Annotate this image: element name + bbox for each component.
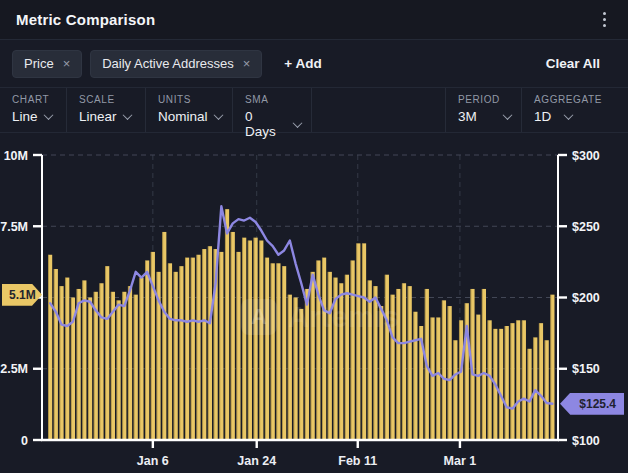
bar-edge [116,300,117,440]
bar-edge [231,232,232,440]
units-label: UNITS [158,94,222,105]
bar-edge [139,278,140,440]
bar-edge [236,252,237,440]
bar-edge [328,272,329,440]
bar-edge [390,295,391,440]
bar-edge [288,295,289,440]
bar-edge [482,289,483,440]
bar-edge [259,241,260,441]
toolbar-spacer [312,88,446,132]
bar-edge [253,238,254,440]
clear-all-button[interactable]: Clear All [546,56,600,71]
close-icon[interactable]: × [63,57,71,70]
bar-edge [191,258,192,440]
period-dropdown[interactable]: PERIOD 3M [446,88,521,132]
bar-edge [145,260,146,440]
chart-type-value: Line [12,109,38,124]
bar-edge [88,298,89,441]
bar-edge [442,300,443,440]
bar-edge [465,303,466,440]
x-axis-label: Mar 1 [444,454,477,468]
metric-chip-row: Price × Daily Active Addresses × + Add C… [0,40,628,87]
left-axis-label: 0 [21,434,28,448]
add-metric-button[interactable]: + Add [284,56,321,71]
kebab-menu-icon[interactable] [599,8,611,32]
bar-edge [311,272,312,440]
bar-edge [71,298,72,441]
left-axis-label: 7.5M [0,220,28,234]
close-icon[interactable]: × [243,57,251,70]
bar-edge [214,249,215,440]
bar-edge [122,292,123,440]
units-value: Nominal [158,109,208,124]
bar-edge [476,315,477,440]
bar-edge [82,280,83,440]
bar-edge [419,326,420,440]
bar-edge [99,283,100,440]
bar-edge [396,289,397,440]
bar-edge [459,320,460,440]
bar-edge [368,280,369,440]
chevron-down-icon [503,110,513,120]
page-title: Metric Comparison [16,11,155,28]
bar-edge [516,320,517,440]
bar-edge [373,286,374,440]
bar-edge [179,266,180,440]
bar-edge [128,286,129,440]
bar-edge [522,320,523,440]
chevron-down-icon [122,110,132,120]
bar-edge [59,286,60,440]
left-axis-label: 10M [4,149,28,163]
bar-edge [299,309,300,440]
bar-edge [453,340,454,440]
bar-edge [505,326,506,440]
aggregate-dropdown[interactable]: AGGREGATE 1D [521,88,628,132]
bar-edge [345,275,346,440]
x-axis-label: Feb 11 [338,454,377,468]
scale-dropdown[interactable]: SCALE Linear [67,88,146,132]
bar-edge [208,246,209,440]
chevron-down-icon [213,110,223,120]
chip-price-label: Price [24,56,54,71]
bars-series [48,209,554,440]
bar-edge [202,249,203,440]
sma-label: SMA [245,94,301,105]
bar-edge [550,295,551,440]
chevron-down-icon [293,118,303,128]
aggregate-value: 1D [534,109,551,124]
units-dropdown[interactable]: UNITS Nominal [146,88,233,132]
panel-header: Metric Comparison [0,0,628,40]
bar-edge [339,283,340,440]
bar-edge [271,263,272,440]
chip-daily-active-addresses[interactable]: Daily Active Addresses × [90,50,262,78]
bar-edge [65,278,66,440]
bar-edge [362,243,363,440]
bar-edge [185,258,186,440]
bar-edge [48,255,49,440]
right-axis-label: $150 [572,362,600,376]
bar-edge [54,269,55,440]
period-label: PERIOD [458,94,511,105]
bar-edge [379,306,380,440]
bar-edge [527,349,528,440]
bar-edge [499,329,500,440]
right-axis-label: $250 [572,220,600,234]
bar-edge [356,243,357,440]
bar-edge [533,337,534,440]
bar-edge [174,272,175,440]
bar-edge [293,298,294,441]
chip-price[interactable]: Price × [12,50,82,78]
bar-edge [225,209,226,440]
bar-edge [436,317,437,440]
bar-edge [545,340,546,440]
chart-type-dropdown[interactable]: CHART Line [0,88,67,132]
sma-dropdown[interactable]: SMA 0 Days [233,88,312,132]
sma-value: 0 Days [245,109,287,139]
aggregate-label: AGGREGATE [534,94,618,105]
bar-edge [168,263,169,440]
bar-edge [402,283,403,440]
bar-edge [248,241,249,441]
bar-edge [219,252,220,440]
bar-edge [276,263,277,440]
chip-daa-label: Daily Active Addresses [102,56,234,71]
